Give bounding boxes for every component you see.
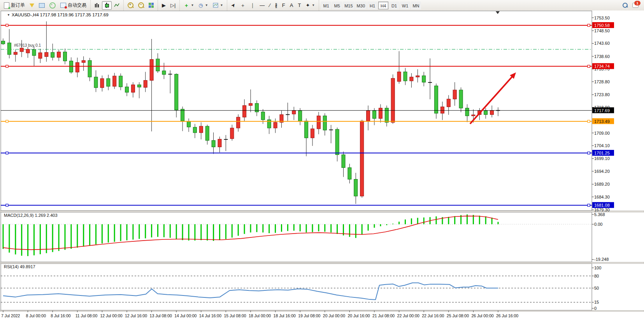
indicators-plus-icon: ＋	[184, 3, 189, 8]
bar-chart-icon	[95, 3, 100, 8]
tile-windows-button[interactable]	[146, 1, 156, 10]
candlestick-icon	[104, 3, 109, 8]
line-handle[interactable]	[6, 65, 8, 67]
chart-shift-button[interactable]: ▷|	[168, 1, 178, 10]
alerts-button[interactable]	[27, 1, 37, 10]
candle-bull	[75, 63, 79, 72]
template-icon	[213, 3, 218, 8]
line-handle[interactable]	[588, 152, 590, 154]
title-collapse-icon[interactable]: ▼	[7, 13, 10, 17]
time-axis-label: 20 Jul 16:00	[347, 313, 370, 318]
candle-bear	[435, 86, 438, 113]
timeframe-w1-button[interactable]: W1	[400, 2, 410, 9]
time-axis-label: 22 Jul 00:00	[397, 313, 419, 318]
line-handle[interactable]	[6, 152, 8, 154]
panel-splitter[interactable]	[0, 311, 644, 312]
line-handle[interactable]	[588, 65, 590, 67]
line-handle[interactable]	[588, 120, 590, 123]
time-axis-label: 18 Jul 16:00	[274, 313, 296, 318]
timeframe-m1-button[interactable]: M1	[321, 2, 331, 9]
zoom-in-button[interactable]	[125, 1, 136, 10]
search-icon[interactable]	[623, 3, 628, 8]
panel-splitter[interactable]	[0, 262, 644, 264]
price-axis-tick: 1704.10	[594, 143, 610, 148]
line-handle[interactable]	[6, 24, 8, 26]
text-label-tool-icon: T	[298, 3, 301, 8]
chat-icon[interactable]: 1	[632, 3, 639, 8]
timeframe-m15-button[interactable]: M15	[343, 2, 354, 9]
candle-bull	[150, 60, 153, 81]
line-handle[interactable]	[588, 204, 590, 206]
candle-bull	[26, 49, 30, 53]
auto-trading-button[interactable]: 自动交易	[58, 1, 89, 10]
zoom-out-button[interactable]	[136, 1, 146, 10]
market-watch-button[interactable]	[37, 1, 47, 10]
vertical-line-tool-button[interactable]: ｜	[247, 1, 257, 10]
timeframe-m5-button[interactable]: M5	[332, 2, 342, 9]
timeframe-h1-button[interactable]: H1	[367, 2, 377, 9]
auto-scroll-button[interactable]: ▶	[160, 1, 168, 10]
rsi-panel[interactable]	[1, 264, 592, 310]
candle-bull	[131, 85, 135, 92]
main-chart-panel[interactable]	[1, 11, 592, 211]
time-axis-label: 12 Jul 16:00	[125, 313, 147, 318]
rsi-axis-tick: 100	[594, 265, 601, 270]
time-axis-label: 8 Jul 00:00	[26, 313, 46, 318]
new-order-button[interactable]: 新订单	[2, 1, 27, 10]
bar-chart-button[interactable]	[92, 1, 102, 10]
crosshair-tool-icon: ＋	[240, 3, 245, 8]
text-tool-button[interactable]: A	[288, 1, 296, 10]
chevron-down-icon: ▼	[205, 4, 208, 7]
candle-bull	[230, 128, 234, 139]
toolbar-group-indicators: ＋▼ ◷▼ ▼	[179, 0, 227, 11]
line-handle[interactable]	[6, 204, 8, 206]
timeframe-mn-button[interactable]: MN	[411, 2, 421, 9]
text-label-tool-button[interactable]: T	[295, 1, 303, 10]
chart-title: XAUUSD-,H4 1717.98 1719.96 1717.35 1717.…	[12, 12, 109, 17]
indicators-button[interactable]: ＋▼	[181, 1, 196, 10]
candle-bull	[113, 76, 116, 86]
candle-bull	[199, 126, 203, 133]
equidistant-channel-tool-button[interactable]: ∦	[272, 1, 280, 10]
line-chart-button[interactable]	[112, 1, 122, 10]
candlestick-chart-button[interactable]	[102, 1, 112, 10]
toolbar-group-scroll: ▶ ▷|	[158, 0, 179, 11]
candle-bear	[205, 126, 209, 141]
text-tool-icon: A	[290, 3, 293, 8]
timeframe-m30-button[interactable]: M30	[355, 2, 367, 9]
cursor-tool-button[interactable]: ➤	[229, 1, 238, 10]
arrows-tool-button[interactable]: ✦▼	[303, 1, 317, 10]
candle-bear	[162, 71, 166, 74]
monitor-icon	[39, 3, 45, 8]
candle-bull	[57, 52, 61, 57]
rsi-label: RSI(14) 49.8917	[4, 264, 35, 269]
auto-trading-label: 自动交易	[68, 2, 86, 9]
panel-splitter[interactable]	[0, 211, 644, 213]
zoom-in-icon	[128, 2, 133, 8]
templates-button[interactable]: ▼	[211, 1, 226, 10]
fibonacci-tool-button[interactable]: F	[280, 1, 288, 10]
toolbar-group-trade: 新订单 自动交易	[0, 0, 90, 11]
candle-bear	[212, 141, 215, 147]
line-handle[interactable]	[588, 24, 590, 26]
time-axis-label: 25 Jul 08:00	[447, 313, 469, 318]
timeframe-h4-button[interactable]: H4	[378, 2, 388, 9]
crosshair-tool-button[interactable]: ＋	[238, 1, 247, 10]
cursor-tool-icon: ➤	[230, 2, 237, 8]
timeframe-d1-button[interactable]: D1	[389, 2, 399, 9]
time-axis-label: 13 Jul 08:00	[150, 313, 172, 318]
candle-bull	[144, 81, 147, 88]
price-line-label-text: 1713.49	[594, 119, 610, 124]
signals-button[interactable]	[47, 1, 58, 10]
time-axis-label: 26 Jul 00:00	[471, 313, 493, 318]
periods-button[interactable]: ◷▼	[196, 1, 210, 10]
toolbar-group-chart-type	[90, 0, 123, 11]
chart-canvas[interactable]: 1753.501748.501743.601738.601733.701728.…	[0, 11, 644, 320]
time-axis-label: 15 Jul 08:00	[224, 313, 246, 318]
line-handle[interactable]	[6, 120, 8, 123]
toolbar-right: 1	[623, 3, 644, 8]
trendline-tool-button[interactable]: ∕	[267, 1, 272, 10]
horizontal-line-tool-button[interactable]: —	[257, 1, 267, 10]
toolbar-group-timeframes: M1M5M15M30H1H4D1W1MN	[319, 0, 423, 11]
candle-bear	[32, 49, 36, 55]
